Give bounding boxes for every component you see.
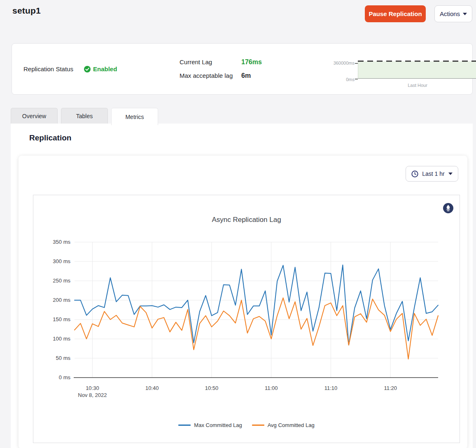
lag-chart-card: Async Replication Lag 10:3010:4010:5011:… [33, 195, 460, 443]
svg-text:350 ms: 350 ms [53, 239, 70, 245]
legend-swatch-blue [178, 425, 191, 426]
svg-text:200 ms: 200 ms [53, 297, 70, 303]
caret-down-icon [463, 13, 467, 15]
max-acceptable-lag-label: Max acceptable lag [180, 72, 233, 79]
svg-text:10:50: 10:50 [205, 385, 219, 391]
page-title: setup1 [12, 6, 41, 16]
svg-text:250 ms: 250 ms [53, 278, 70, 284]
legend-item-avg-committed-lag[interactable]: Avg Committed Lag [252, 422, 315, 428]
sparkline-ymin-label: 0ms [346, 77, 355, 82]
svg-text:11:20: 11:20 [384, 385, 397, 391]
sparkline-tick-top [355, 63, 358, 64]
current-lag-label: Current Lag [180, 58, 212, 65]
legend-label: Max Committed Lag [194, 422, 242, 428]
svg-text:50 ms: 50 ms [56, 355, 71, 361]
svg-text:Nov 8, 2022: Nov 8, 2022 [78, 392, 107, 398]
svg-text:100 ms: 100 ms [53, 336, 70, 342]
chart-legend: Max Committed Lag Avg Committed Lag [33, 422, 460, 428]
legend-item-max-committed-lag[interactable]: Max Committed Lag [178, 422, 242, 428]
pause-replication-button[interactable]: Pause Replication [365, 5, 426, 22]
sparkline-xlabel: Last Hour [358, 83, 476, 88]
lag-line-chart: 10:3010:4010:5011:0011:1011:20Nov 8, 202… [42, 236, 452, 413]
time-range-label: Last 1 hr [422, 170, 444, 177]
torch-icon[interactable] [443, 203, 453, 213]
tab-bar: Overview Tables Metrics [11, 108, 158, 124]
svg-text:11:10: 11:10 [324, 385, 338, 391]
svg-text:11:00: 11:00 [265, 385, 278, 391]
current-lag-value: 176ms [241, 58, 262, 66]
clock-icon [411, 170, 418, 177]
actions-button[interactable]: Actions [434, 5, 472, 22]
legend-label: Avg Committed Lag [268, 422, 315, 428]
svg-text:10:30: 10:30 [86, 385, 99, 391]
metrics-card: Last 1 hr Async Replication Lag 10:3010:… [19, 156, 467, 448]
check-circle-icon [84, 66, 91, 72]
legend-swatch-orange [252, 425, 264, 426]
sparkline-tick-bottom [355, 79, 358, 79]
tab-overview[interactable]: Overview [11, 108, 58, 124]
replication-status-text: Enabled [93, 65, 117, 72]
svg-text:0 ms: 0 ms [59, 374, 71, 380]
sparkline-area [358, 61, 476, 79]
tab-tables[interactable]: Tables [61, 108, 108, 124]
sparkline-ymax-label: 360000ms [334, 61, 355, 65]
replication-status-value: Enabled [84, 65, 117, 72]
svg-text:10:40: 10:40 [145, 385, 159, 391]
section-title: Replication [29, 133, 71, 142]
max-acceptable-lag-value: 6m [241, 72, 251, 79]
lag-sparkline: 360000ms 0ms Last Hour [329, 56, 469, 93]
svg-text:150 ms: 150 ms [53, 316, 70, 322]
svg-text:300 ms: 300 ms [53, 258, 70, 264]
actions-button-label: Actions [440, 10, 460, 17]
replication-status-card: Replication Status Enabled Current Lag 1… [12, 43, 473, 95]
caret-down-icon [448, 173, 453, 175]
time-range-button[interactable]: Last 1 hr [406, 166, 458, 182]
tab-metrics[interactable]: Metrics [111, 108, 158, 125]
chart-title: Async Replication Lag [33, 216, 460, 224]
metrics-tab-panel: Replication Last 1 hr Async Replication … [11, 124, 473, 448]
replication-status-label: Replication Status [23, 65, 73, 72]
